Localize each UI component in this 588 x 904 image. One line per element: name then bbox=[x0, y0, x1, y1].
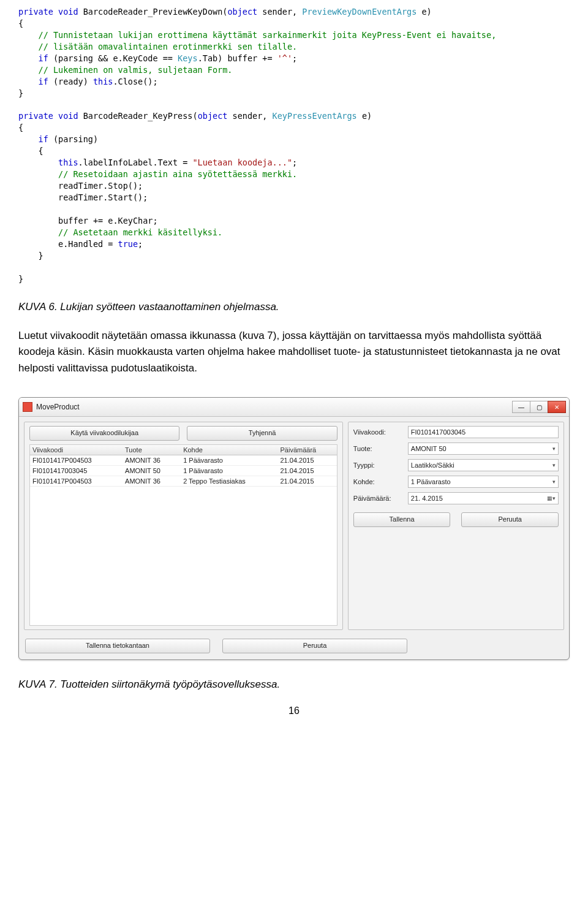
chevron-down-icon: ▾ bbox=[552, 443, 556, 454]
use-barcodereader-button[interactable]: Käytä viivakoodilukijaa bbox=[29, 426, 179, 441]
body-paragraph: Luetut viivakoodit näytetään omassa ikku… bbox=[18, 328, 570, 376]
minimize-button[interactable]: — bbox=[512, 401, 530, 413]
figure-caption-6: KUVA 6. Lukijan syötteen vastaanottamine… bbox=[18, 301, 570, 313]
code-block-1: private void BarcodeReader_PreviewKeyDow… bbox=[18, 6, 570, 99]
viivakoodi-label: Viivakoodi: bbox=[353, 428, 405, 436]
close-button[interactable]: ✕ bbox=[548, 401, 566, 413]
chevron-down-icon: ▾ bbox=[552, 460, 556, 471]
table-row[interactable]: FI0101417P004503AMONIT 361 Päävarasto21.… bbox=[30, 455, 337, 466]
app-icon bbox=[23, 402, 32, 412]
col-kohde: Kohde bbox=[181, 445, 277, 455]
tyyppi-label: Tyyppi: bbox=[353, 461, 405, 469]
save-button[interactable]: Tallenna bbox=[353, 512, 451, 527]
col-viivakoodi: Viivakoodi bbox=[30, 445, 123, 455]
left-panel: Käytä viivakoodilukijaa Tyhjennä Viivako… bbox=[24, 422, 343, 630]
right-panel: Viivakoodi: FI0101417003045 Tuote: AMONI… bbox=[348, 422, 564, 630]
window-buttons: — ▢ ✕ bbox=[513, 401, 566, 413]
save-db-button[interactable]: Tallenna tietokantaan bbox=[25, 639, 210, 653]
window-title: MoveProduct bbox=[36, 403, 80, 411]
tuote-select[interactable]: AMONIT 50▾ bbox=[408, 443, 559, 455]
moveproduct-dialog: MoveProduct — ▢ ✕ Käytä viivakoodilukija… bbox=[18, 397, 570, 660]
titlebar: MoveProduct — ▢ ✕ bbox=[19, 398, 569, 417]
tuote-label: Tuote: bbox=[353, 445, 405, 452]
tyyppi-select[interactable]: Laatikko/Säkki▾ bbox=[408, 459, 559, 471]
calendar-icon: ▦▾ bbox=[547, 493, 556, 504]
chevron-down-icon: ▾ bbox=[552, 476, 556, 487]
page-number: 16 bbox=[18, 705, 570, 716]
figure-caption-7: KUVA 7. Tuotteiden siirtonäkymä työpöytä… bbox=[18, 678, 570, 691]
table-row[interactable]: FI0101417P004503AMONIT 362 Teppo Testias… bbox=[30, 476, 337, 487]
cancel-all-button[interactable]: Peruuta bbox=[222, 639, 407, 653]
table-row[interactable]: FI0101417003045AMONIT 501 Päävarasto21.0… bbox=[30, 466, 337, 476]
kohde-select[interactable]: 1 Päävarasto▾ bbox=[408, 476, 559, 488]
viivakoodi-input[interactable]: FI0101417003045 bbox=[408, 426, 559, 438]
code-block-2: private void BarcodeReader_KeyPress(obje… bbox=[18, 110, 570, 285]
barcode-grid[interactable]: Viivakoodi Tuote Kohde Päivämäärä FI0101… bbox=[29, 444, 337, 626]
clear-button[interactable]: Tyhjennä bbox=[187, 426, 337, 441]
col-paivamaara: Päivämäärä bbox=[277, 445, 336, 455]
paivamaara-picker[interactable]: 21. 4.2015▦▾ bbox=[408, 492, 559, 504]
cancel-button[interactable]: Peruuta bbox=[461, 512, 559, 527]
col-tuote: Tuote bbox=[123, 445, 181, 455]
paivamaara-label: Päivämäärä: bbox=[353, 495, 405, 502]
kohde-label: Kohde: bbox=[353, 478, 405, 485]
maximize-button[interactable]: ▢ bbox=[530, 401, 548, 413]
